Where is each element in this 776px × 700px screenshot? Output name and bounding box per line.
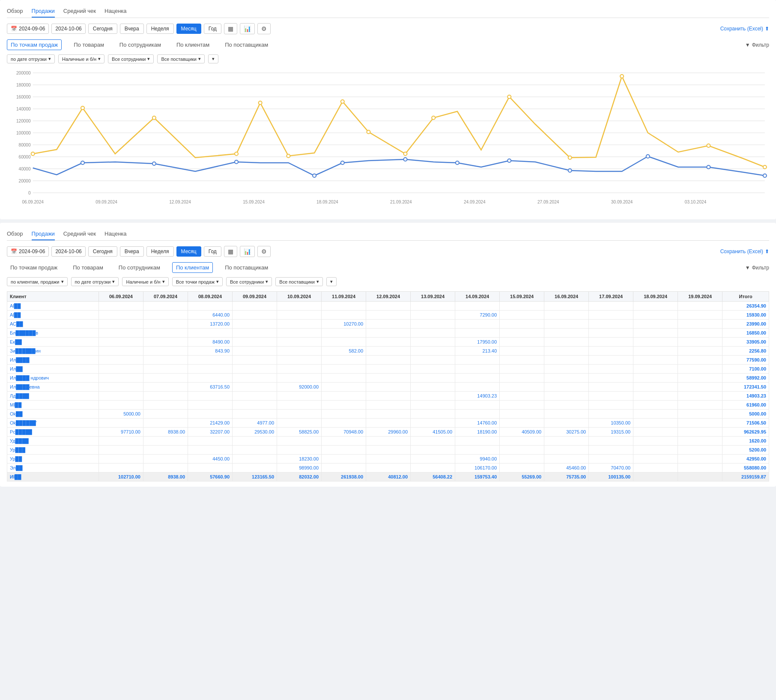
subtab-employees-2[interactable]: По сотрудникам <box>115 263 164 272</box>
filter-date-type-2[interactable]: по дате отгрузки ▾ <box>71 277 119 286</box>
tab-avg-check-2[interactable]: Средний чек <box>63 228 96 240</box>
subtab-suppliers-2[interactable]: По поставщикам <box>221 263 272 272</box>
save-excel-2[interactable]: Сохранить (Excel) ⬆ <box>720 248 769 254</box>
table-cell <box>366 338 411 347</box>
table-cell <box>233 401 277 410</box>
filter-label-2: Фильтр <box>752 265 769 271</box>
table-cell <box>233 329 277 338</box>
client-name: Бл██████в <box>7 329 99 338</box>
table-row: Уд████1620.00 <box>7 437 769 446</box>
table-cell: 14903.23 <box>455 392 500 401</box>
svg-text:24.09.2024: 24.09.2024 <box>464 200 486 204</box>
tab-avg-check-1[interactable]: Средний чек <box>63 5 96 18</box>
table-cell <box>233 455 277 464</box>
date-end-1[interactable]: 2024-10-06 <box>51 24 85 34</box>
client-name: Рс█████ <box>7 428 99 437</box>
filter-suppliers-1[interactable]: Все поставщики ▾ <box>157 54 205 63</box>
table-cell: 4977.00 <box>233 419 277 428</box>
subtab-points-1[interactable]: По точкам продаж <box>7 39 62 50</box>
save-excel-1[interactable]: Сохранить (Excel) ⬆ <box>720 26 769 32</box>
table-cell <box>589 347 633 356</box>
subtab-goods-1[interactable]: По товарам <box>70 40 107 50</box>
filter-suppliers-2[interactable]: Все поставщики ▾ <box>275 277 323 286</box>
table-cell <box>678 338 722 347</box>
tab-overview-1[interactable]: Обзор <box>7 5 23 18</box>
filter-extra-2[interactable]: ▾ <box>326 277 337 286</box>
table-cell <box>233 356 277 365</box>
btn-settings-1[interactable]: ⚙ <box>257 23 271 34</box>
tab-margin-1[interactable]: Наценка <box>104 5 127 18</box>
filter-payment-2[interactable]: Наличные и б/н ▾ <box>122 277 168 286</box>
table-cell <box>143 383 188 392</box>
svg-text:80000: 80000 <box>19 143 31 147</box>
col-date-1209: 12.09.2024 <box>366 292 411 302</box>
filter-client-type-2[interactable]: по клиентам, продажи ▾ <box>7 277 68 286</box>
table-cell <box>322 356 366 365</box>
svg-point-47 <box>707 165 710 169</box>
svg-text:06.09.2024: 06.09.2024 <box>22 200 44 204</box>
table-cell <box>500 419 544 428</box>
filter-date-type-1[interactable]: по дате отгрузки ▾ <box>7 54 55 63</box>
btn-month-1[interactable]: Месяц <box>176 24 201 34</box>
btn-settings-2[interactable]: ⚙ <box>257 246 271 257</box>
table-cell <box>455 365 500 374</box>
table-cell: 213.40 <box>455 347 500 356</box>
subtab-suppliers-1[interactable]: По поставщикам <box>221 40 272 50</box>
table-cell: 17950.00 <box>455 338 500 347</box>
date-end-2[interactable]: 2024-10-06 <box>51 246 85 257</box>
table-cell <box>589 329 633 338</box>
btn-chart-view-1[interactable]: 📊 <box>240 23 255 34</box>
table-cell: 582.00 <box>322 347 366 356</box>
row-total: 71506.50 <box>722 419 769 428</box>
svg-point-44 <box>507 159 511 162</box>
table-cell <box>98 365 143 374</box>
btn-month-2[interactable]: Месяц <box>176 246 201 257</box>
subtab-points-2[interactable]: По точкам продаж <box>7 263 61 272</box>
filter-btn-1[interactable]: ▼ Фильтр <box>745 42 769 48</box>
date-start-2[interactable]: 📅 2024-09-06 <box>7 246 49 257</box>
btn-chart-view-2[interactable]: 📊 <box>240 246 255 257</box>
btn-today-2[interactable]: Сегодня <box>88 246 117 257</box>
btn-yesterday-2[interactable]: Вчера <box>120 246 144 257</box>
table-cell <box>233 464 277 473</box>
tab-overview-2[interactable]: Обзор <box>7 228 23 240</box>
subtab-employees-1[interactable]: По сотрудникам <box>116 40 164 50</box>
filter-payment-1[interactable]: Наличные и б/н ▾ <box>58 54 104 63</box>
section-table: Обзор Продажи Средний чек Наценка 📅 2024… <box>0 223 776 487</box>
btn-table-view-2[interactable]: ▦ <box>224 246 237 257</box>
btn-table-view-1[interactable]: ▦ <box>224 23 237 34</box>
table-row: Аl██6440.007290.0015930.00 <box>7 311 769 320</box>
table-row: Лд████14903.2314903.23 <box>7 392 769 401</box>
date-start-1[interactable]: 📅 2024-09-06 <box>7 24 49 34</box>
subtab-clients-1[interactable]: По клиентам <box>173 40 213 50</box>
table-cell <box>678 374 722 383</box>
tab-sales-2[interactable]: Продажи <box>32 228 55 240</box>
table-cell: 8938.00 <box>143 428 188 437</box>
client-name: Аl██ <box>7 302 99 311</box>
row-total: 1620.00 <box>722 437 769 446</box>
table-cell <box>277 347 322 356</box>
tab-sales-1[interactable]: Продажи <box>32 5 55 18</box>
subtab-goods-2[interactable]: По товарам <box>69 263 107 272</box>
filter-employees-2[interactable]: Все сотрудники ▾ <box>226 277 272 286</box>
clients-table-wrapper[interactable]: Клиент 06.09.2024 07.09.2024 08.09.2024 … <box>7 291 769 482</box>
btn-year-2[interactable]: Год <box>204 246 221 257</box>
tab-margin-2[interactable]: Наценка <box>104 228 127 240</box>
svg-point-33 <box>568 156 572 159</box>
table-cell <box>98 338 143 347</box>
btn-today-1[interactable]: Сегодня <box>88 24 117 34</box>
btn-week-2[interactable]: Неделя <box>146 246 174 257</box>
filter-points-2[interactable]: Все точки продаж ▾ <box>172 277 223 286</box>
svg-text:12.09.2024: 12.09.2024 <box>169 200 191 204</box>
table-cell <box>233 392 277 401</box>
subtab-clients-2[interactable]: По клиентам <box>172 262 213 273</box>
filter-employees-1[interactable]: Все сотрудники ▾ <box>108 54 154 63</box>
btn-year-1[interactable]: Год <box>204 24 221 34</box>
btn-yesterday-1[interactable]: Вчера <box>120 24 144 34</box>
table-cell <box>633 302 678 311</box>
svg-text:18.09.2024: 18.09.2024 <box>316 200 338 204</box>
table-cell <box>500 446 544 455</box>
btn-week-1[interactable]: Неделя <box>146 24 174 34</box>
filter-extra-1[interactable]: ▾ <box>208 54 218 63</box>
filter-btn-2[interactable]: ▼ Фильтр <box>745 265 769 271</box>
